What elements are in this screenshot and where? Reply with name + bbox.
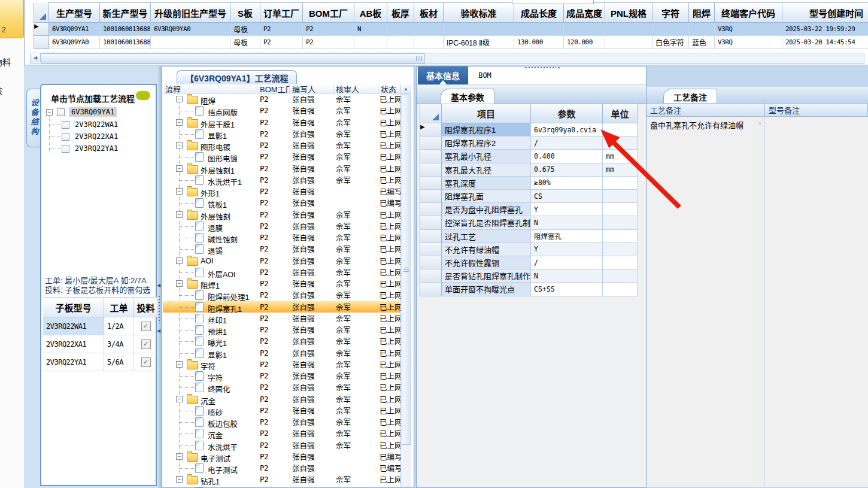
param-value-cell[interactable]: 0.675 xyxy=(531,163,603,177)
flow-row[interactable]: 阻焊前处理1P2张自强佘军已上网 xyxy=(163,289,400,301)
param-value-cell[interactable]: ≥80% xyxy=(531,177,603,190)
param-row-selector[interactable] xyxy=(420,269,442,283)
tree-node-child[interactable]: 2V3RQ22YA1 xyxy=(75,144,118,153)
board-order-cell[interactable]: 1/2A xyxy=(104,317,134,335)
flow-row[interactable]: 阻焊塞孔1P2张自强佘军已上网 xyxy=(163,301,400,313)
param-unit-cell[interactable] xyxy=(603,177,638,190)
grid-cell[interactable]: 6V3RQ09YA0 xyxy=(151,23,230,36)
flow-expander-icon[interactable]: − xyxy=(176,453,183,460)
board-column-header[interactable]: 投料 xyxy=(134,297,158,317)
flow-expander-icon[interactable]: − xyxy=(176,119,183,126)
feeding-checkbox[interactable]: ✓ xyxy=(141,357,151,367)
column-header-4[interactable]: 订单工厂 xyxy=(260,2,303,23)
param-row-selector[interactable] xyxy=(420,216,442,229)
tree-expander-icon[interactable]: − xyxy=(46,109,53,116)
process-remark-field[interactable]: 盘中孔塞孔不允许有绿油帽 xyxy=(647,117,755,487)
grid-cell[interactable]: V3RQ xyxy=(715,36,782,49)
flow-row[interactable]: −外层蚀刻P2张自强佘军已上网 xyxy=(163,209,400,220)
grid-cell[interactable] xyxy=(564,23,605,36)
param-unit-cell[interactable]: mm xyxy=(603,163,638,177)
flow-expander-icon[interactable]: − xyxy=(176,142,183,148)
param-unit-cell[interactable]: mm xyxy=(603,150,638,163)
column-header-11[interactable]: 成品宽度 xyxy=(564,2,605,23)
flow-row[interactable]: −外层蚀刻1P2张自强佘军已上网 xyxy=(163,163,400,174)
grid-cell[interactable]: 2025-03-22 19:59:29 xyxy=(782,23,868,36)
board-model-cell[interactable]: 2V3RQ22WA1 xyxy=(43,317,104,335)
param-unit-cell[interactable] xyxy=(603,283,638,296)
column-header-6[interactable]: AB板 xyxy=(354,2,387,23)
param-row-selector[interactable] xyxy=(420,150,442,163)
tab-process-remarks[interactable]: 工艺备注 xyxy=(663,89,717,104)
flow-column-header[interactable]: 编写人 xyxy=(290,84,333,93)
grid-cell[interactable] xyxy=(387,23,414,36)
param-unit-cell[interactable] xyxy=(603,190,638,203)
flow-row[interactable]: 终固化P2张自强佘军已上网 xyxy=(163,381,400,393)
flow-row[interactable]: −电子测试P2张自强已编写 xyxy=(163,451,400,462)
column-header-10[interactable]: 成品长度 xyxy=(514,2,564,23)
param-item-cell[interactable]: 是否为盘中孔阻焊塞孔 xyxy=(442,203,531,216)
board-column-header[interactable]: 子板型号 xyxy=(43,297,104,317)
param-row-selector[interactable]: ▶ xyxy=(420,123,442,137)
param-column-header[interactable]: 参数 xyxy=(531,104,603,123)
flow-row[interactable]: −沉金P2张自强佘军已上网 xyxy=(163,393,400,405)
param-value-cell[interactable]: N xyxy=(531,216,603,229)
param-unit-cell[interactable] xyxy=(603,243,638,256)
grid-cell[interactable] xyxy=(652,23,689,36)
column-header-16[interactable]: 型号创建时间 xyxy=(782,2,868,23)
param-column-header[interactable]: 单位 xyxy=(603,104,638,123)
board-model-cell[interactable]: 2V3RQ22YA1 xyxy=(43,353,104,371)
param-value-cell[interactable]: 0.400 xyxy=(531,150,603,163)
tab-basic-info[interactable]: 基本信息 xyxy=(418,66,468,84)
flow-row[interactable]: 图形电镀P2张自强佘军已上网 xyxy=(163,151,400,162)
param-value-cell[interactable]: Y xyxy=(531,243,603,256)
board-order-cell[interactable]: 3/4A xyxy=(104,335,134,353)
hscroll-thumb[interactable] xyxy=(41,53,425,63)
grid-cell[interactable]: IPC-6018 Ⅱ级 xyxy=(444,36,514,49)
param-unit-cell[interactable] xyxy=(603,256,638,269)
grid-cell[interactable] xyxy=(387,36,414,49)
scroll-up-icon[interactable]: ⌃ xyxy=(757,122,762,128)
flow-expander-icon[interactable]: − xyxy=(176,280,183,287)
tab-process-flow[interactable]: 【6V3RQ09YA1】工艺流程 xyxy=(177,70,297,84)
param-row-selector[interactable] xyxy=(420,283,442,296)
grid-cell[interactable]: P2 xyxy=(303,36,354,49)
scroll-left-icon[interactable]: ◀ xyxy=(31,53,41,62)
param-value-cell[interactable]: CS+SS xyxy=(531,283,603,296)
flow-row[interactable]: 水洗烘干1P2张自强佘军已上网 xyxy=(163,174,400,186)
param-unit-cell[interactable] xyxy=(603,216,638,229)
flow-vscroll-thumb[interactable] xyxy=(402,95,411,445)
grid-cell[interactable]: 蓝色 xyxy=(689,36,715,49)
grid-cell[interactable]: 130.000 xyxy=(514,36,564,49)
param-item-cell[interactable]: 塞孔深度 xyxy=(442,177,531,190)
select-all-corner[interactable] xyxy=(34,2,49,23)
grid-cell[interactable]: V3RQ xyxy=(715,23,782,36)
flow-row[interactable]: 喷砂P2张自强佘军已上网 xyxy=(163,405,400,416)
column-header-2[interactable]: 升级前旧生产型号 xyxy=(151,2,230,23)
partial-highlighted-item[interactable]: 2 xyxy=(0,0,24,38)
grid-cell[interactable]: P2 xyxy=(303,23,354,36)
param-item-cell[interactable]: 单面开窗不掏曝光点 xyxy=(442,283,531,296)
board-model-cell[interactable]: 2V3RQ22XA1 xyxy=(43,335,104,353)
column-header-15[interactable]: 终端客户代码 xyxy=(715,2,782,23)
flow-row[interactable]: 电子测试P2张自强已编写 xyxy=(163,462,400,474)
param-item-cell[interactable]: 阻焊塞孔程序2 xyxy=(442,137,531,150)
column-header-13[interactable]: 字符 xyxy=(652,2,689,23)
param-unit-cell[interactable] xyxy=(603,123,638,137)
vertical-splitter[interactable]: ◀ ◀ xyxy=(157,66,162,488)
grid-cell[interactable]: 6V3RQ09YA0 xyxy=(49,36,100,49)
collapse-left-icon[interactable]: ◀ xyxy=(157,283,160,288)
flow-expander-icon[interactable]: − xyxy=(176,211,183,218)
flow-row[interactable]: 铣板1P2张自强已编写 xyxy=(163,197,400,208)
param-item-cell[interactable]: 阻焊塞孔面 xyxy=(442,190,531,203)
flow-row[interactable]: 水洗烘干P2张自强佘军已上网 xyxy=(163,439,400,451)
feeding-checkbox[interactable]: ✓ xyxy=(141,322,151,331)
flow-row[interactable]: −阻焊P2张自强佘军已上网 xyxy=(163,93,400,105)
grid-cell[interactable] xyxy=(414,23,444,36)
grid-cell[interactable] xyxy=(414,36,444,49)
flow-vscrollbar[interactable]: ▲ xyxy=(400,84,411,487)
flow-row[interactable]: 二钻1P2张自强佘军已上网 xyxy=(163,486,400,488)
column-header-9[interactable]: 验收标准 xyxy=(444,2,514,23)
param-unit-cell[interactable] xyxy=(603,203,638,216)
flow-expander-icon[interactable]: − xyxy=(176,396,183,402)
flow-expander-icon[interactable]: − xyxy=(176,165,183,172)
